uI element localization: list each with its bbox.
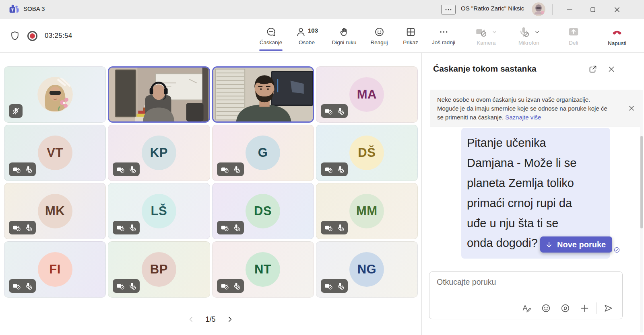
participant-initials-avatar: MA (349, 77, 384, 112)
mic-off-icon (336, 223, 345, 232)
participant-tile[interactable]: DŠ (316, 125, 418, 181)
arrow-down-icon (545, 240, 553, 249)
minimize-button[interactable] (558, 0, 581, 19)
titlebar: SOBA 3 OS "Ratko Zaric" Niksic (0, 0, 644, 19)
chat-scrollbar[interactable] (640, 90, 643, 333)
participant-initials-avatar: BP (142, 252, 176, 287)
next-page-button[interactable] (225, 315, 234, 324)
participant-count: 103 (308, 27, 318, 34)
mic-off-icon (128, 165, 136, 174)
mic-off-icon (11, 107, 20, 115)
message-seen-icon (613, 247, 620, 253)
camera-button[interactable]: Kamera (467, 19, 506, 53)
participant-initials-avatar: VT (38, 136, 72, 170)
send-message-button[interactable] (601, 302, 616, 314)
close-icon (613, 5, 621, 14)
titlebar-divider (552, 4, 553, 15)
camera-off-icon (12, 165, 21, 174)
raised-hand-icon (339, 27, 350, 37)
teams-logo-icon (9, 4, 19, 14)
participant-tile[interactable]: VT (4, 125, 106, 181)
participant-initials-avatar: DŠ (349, 136, 384, 170)
participant-tile[interactable]: MM (316, 183, 418, 239)
titlebar-more-menu[interactable] (441, 5, 456, 14)
participant-initials-avatar: G (246, 136, 280, 170)
camera-mic-off-badge (321, 104, 348, 118)
chat-scrollbar-thumb[interactable] (640, 136, 643, 228)
camera-mic-off-badge (9, 221, 36, 234)
message-input[interactable] (437, 277, 610, 287)
participant-tile[interactable]: BP (108, 241, 210, 298)
camera-off-icon (116, 223, 125, 232)
participant-initials: G (258, 146, 268, 160)
video-stage: MA VT KP G DŠ MK (0, 53, 421, 335)
camera-off-icon (324, 282, 333, 290)
close-window-button[interactable] (605, 0, 629, 19)
participant-tile[interactable]: LŠ (108, 183, 210, 239)
chat-bubble-icon (266, 27, 277, 37)
maximize-icon (589, 6, 597, 14)
mic-off-icon (24, 282, 33, 290)
camera-off-icon (12, 282, 21, 290)
chevron-left-icon (187, 315, 195, 323)
microphone-chevron-icon[interactable] (534, 29, 540, 35)
participant-tile[interactable]: MK (4, 183, 106, 239)
mic-off-icon (24, 165, 33, 174)
tab-chat[interactable]: Ćaskanje (254, 19, 288, 53)
avatar-photo (37, 77, 73, 112)
participant-initials-avatar: KP (142, 136, 176, 170)
popout-chat-button[interactable] (588, 64, 598, 74)
participant-tile[interactable]: KP (108, 125, 210, 181)
camera-chevron-icon[interactable] (491, 29, 497, 35)
maximize-button[interactable] (581, 0, 605, 19)
attach-more-button[interactable] (577, 302, 592, 314)
close-icon (607, 64, 616, 74)
participant-grid: MA VT KP G DŠ MK (4, 66, 418, 298)
participant-tile[interactable]: NT (212, 241, 314, 298)
tab-view[interactable]: Prikaz (395, 19, 426, 53)
dismiss-banner-button[interactable] (627, 104, 636, 113)
tab-react[interactable]: Reaguj (363, 19, 395, 53)
video-feed (213, 68, 313, 121)
participant-tile[interactable]: NG (316, 241, 418, 298)
microphone-button[interactable]: Mikrofon (508, 19, 550, 53)
participant-tile[interactable]: MA (316, 66, 418, 123)
tab-raise-hand-label: Digni ruku (332, 39, 357, 45)
learn-more-link[interactable]: Saznajte više (505, 114, 541, 121)
ellipsis-icon (444, 5, 453, 14)
format-button[interactable] (519, 302, 534, 314)
leave-meeting-button[interactable]: Napusti (602, 19, 632, 53)
mic-off-icon (336, 107, 345, 115)
grid-view-icon (405, 27, 416, 37)
share-button[interactable]: Deli (561, 19, 586, 53)
chat-panel-title: Ćaskanje tokom sastanka (433, 64, 537, 74)
participant-tile-video[interactable] (108, 66, 210, 123)
tab-more-actions[interactable]: Još radnji (426, 19, 461, 53)
participant-tile-video[interactable] (212, 66, 314, 123)
user-avatar[interactable] (532, 2, 545, 16)
emoji-button[interactable] (538, 302, 553, 314)
participant-tile[interactable]: DS (212, 183, 314, 239)
tab-view-label: Prikaz (403, 39, 418, 45)
participant-initials: DŠ (358, 146, 376, 160)
message-compose-box[interactable] (429, 271, 623, 319)
recording-indicator-icon (27, 31, 37, 41)
participant-tile[interactable]: FI (4, 241, 106, 298)
tab-raise-hand[interactable]: Digni ruku (325, 19, 363, 53)
close-chat-button[interactable] (606, 64, 617, 74)
more-dots-icon (438, 27, 449, 37)
loop-component-button[interactable] (557, 302, 573, 314)
security-shield-icon[interactable] (10, 31, 20, 41)
participant-tile[interactable]: G (212, 125, 314, 181)
tab-people[interactable]: 103 Osobe (288, 19, 325, 53)
participant-initials-avatar: LŠ (142, 194, 176, 228)
meeting-timer: 03:25:54 (45, 32, 72, 40)
previous-page-button[interactable] (187, 315, 196, 324)
participant-tile[interactable] (4, 66, 106, 123)
participant-initials: KP (150, 146, 168, 160)
participant-initials: MA (357, 87, 377, 102)
mic-muted-badge (9, 104, 23, 118)
banner-text: Neke osobe u ovom ćaskanju su izvan vaše… (437, 95, 608, 121)
popout-icon (588, 64, 598, 74)
new-messages-button[interactable]: Nove poruke (540, 236, 612, 253)
